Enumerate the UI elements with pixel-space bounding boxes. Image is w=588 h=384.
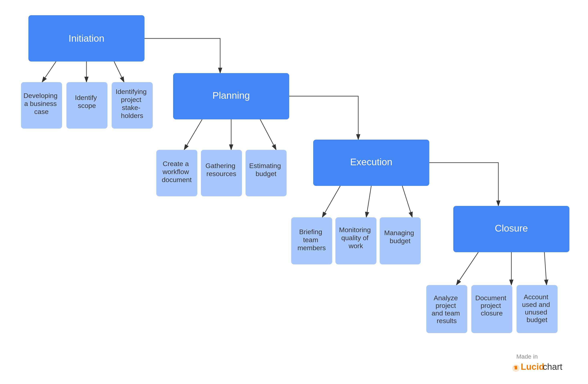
arrow-closure-analyze — [456, 252, 478, 285]
arrow-exec-closure — [429, 163, 498, 206]
create-workflow-label: Create a workflow document — [162, 160, 192, 183]
arrow-plan-estimating — [260, 119, 276, 150]
lucidchart-logo: Lucid chart — [512, 362, 562, 372]
arrow-init-dev — [42, 62, 56, 82]
execution-label: Execution — [350, 157, 393, 167]
planning-label: Planning — [212, 90, 250, 101]
arrow-plan-execution — [289, 96, 358, 140]
arrow-exec-briefing — [322, 186, 340, 217]
arrow-init-stake — [114, 62, 124, 82]
arrow-plan-workflow — [184, 119, 202, 150]
arrow-exec-monitoring — [366, 186, 371, 217]
arrow-exec-managing — [402, 186, 412, 217]
svg-text:Lucid: Lucid — [521, 362, 544, 372]
initiation-label: Initiation — [69, 33, 105, 44]
svg-text:chart: chart — [543, 362, 562, 372]
arrow-init-planning — [145, 39, 220, 73]
watermark-made-in: Made in — [516, 353, 538, 360]
arrow-closure-account — [544, 252, 546, 285]
closure-label: Closure — [495, 223, 528, 234]
